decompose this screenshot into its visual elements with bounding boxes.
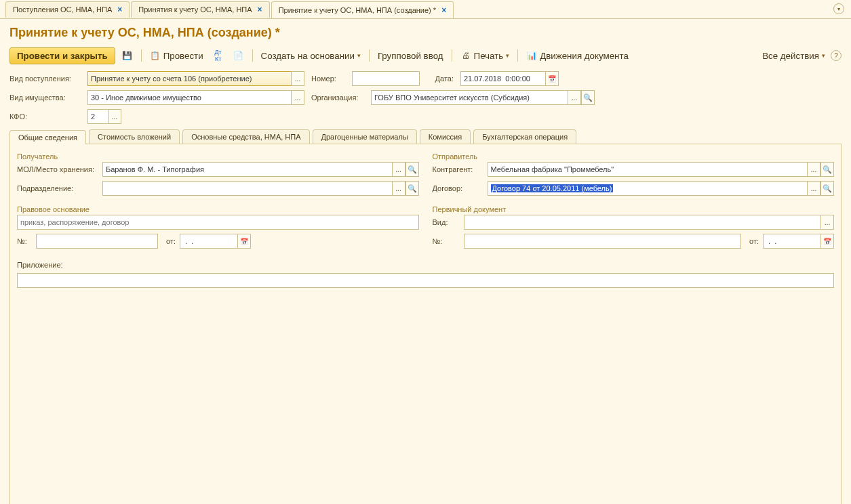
toolbar: Провести и закрыть 💾 📋Провести ДтКт 📄 Со… xyxy=(9,47,842,64)
movements-icon: 📊 xyxy=(526,50,537,61)
mol-input[interactable] xyxy=(102,162,392,177)
group-input-button[interactable]: Групповой ввод xyxy=(375,49,446,62)
date-label: Дата: xyxy=(427,75,454,83)
kfo-label: КФО: xyxy=(9,112,81,121)
movements-button[interactable]: 📊Движения документа xyxy=(523,49,631,62)
sender-legend: Отправитель xyxy=(433,152,481,161)
kind-input[interactable] xyxy=(464,215,821,230)
date-input[interactable] xyxy=(460,71,545,86)
receipt-type-input[interactable] xyxy=(87,71,291,86)
close-icon[interactable]: × xyxy=(441,5,446,15)
primary-date-input[interactable] xyxy=(763,234,820,249)
calendar-icon[interactable]: 📅 xyxy=(237,234,251,249)
doc-tab-0[interactable]: Поступления ОС, НМА, НПА × xyxy=(5,1,130,18)
number-label: Номер: xyxy=(311,75,345,83)
kind-label: Вид: xyxy=(433,218,460,226)
ellipsis-icon[interactable]: ... xyxy=(807,162,820,177)
save-button[interactable]: 💾 xyxy=(119,49,136,62)
legal-legend: Правовое основание xyxy=(17,205,92,213)
ellipsis-icon[interactable]: ... xyxy=(392,181,405,196)
page-title: Принятие к учету ОС, НМА, НПА (создание)… xyxy=(9,26,842,40)
form-icon-button[interactable]: 📄 xyxy=(231,49,247,62)
primary-num-label: №: xyxy=(433,237,460,245)
close-icon[interactable]: × xyxy=(117,5,122,14)
ellipsis-icon[interactable]: ... xyxy=(820,215,834,230)
legal-num-input[interactable] xyxy=(36,234,158,249)
all-actions-button[interactable]: Все действия ▾ xyxy=(759,49,828,62)
tab-cost[interactable]: Стоимость вложений xyxy=(89,129,180,144)
property-type-label: Вид имущества: xyxy=(9,93,81,102)
ellipsis-icon[interactable]: ... xyxy=(807,181,820,196)
mol-label: МОЛ/Место хранения: xyxy=(17,165,98,173)
print-button[interactable]: 🖨Печать ▾ xyxy=(458,49,513,62)
ellipsis-icon[interactable]: ... xyxy=(291,71,304,86)
ellipsis-icon[interactable]: ... xyxy=(392,162,405,177)
dept-input[interactable] xyxy=(102,181,392,196)
property-type-input[interactable] xyxy=(87,90,291,105)
expand-icon[interactable]: ▾ xyxy=(833,3,844,14)
org-input[interactable] xyxy=(371,90,568,105)
receipt-type-label: Вид поступления: xyxy=(9,75,81,83)
legal-date-input[interactable] xyxy=(180,234,237,249)
form-icon: 📄 xyxy=(233,50,244,61)
attachment-label: Приложение: xyxy=(17,261,68,269)
tab-commission[interactable]: Комиссия xyxy=(420,129,471,144)
ellipsis-icon[interactable]: ... xyxy=(291,90,304,105)
legal-from-label: от: xyxy=(162,237,176,245)
tab-general[interactable]: Общие сведения xyxy=(9,130,86,144)
ellipsis-icon[interactable]: ... xyxy=(108,109,121,124)
legal-num-label: №: xyxy=(17,237,32,245)
legal-basis-input[interactable] xyxy=(17,215,419,230)
post-icon: 📋 xyxy=(150,50,161,61)
contractor-input[interactable] xyxy=(488,162,808,177)
help-icon[interactable]: ? xyxy=(831,50,842,61)
calendar-icon[interactable]: 📅 xyxy=(545,71,559,86)
calendar-icon[interactable]: 📅 xyxy=(820,234,834,249)
contractor-label: Контрагент: xyxy=(433,165,483,173)
dtkt-button[interactable]: ДтКт xyxy=(210,49,226,62)
search-icon[interactable]: 🔍 xyxy=(820,162,834,177)
contract-input[interactable]: Договор 74 от 20.05.2011 (мебель) xyxy=(488,181,808,196)
doc-tab-1[interactable]: Принятия к учету ОС, НМА, НПА × xyxy=(131,1,269,18)
post-button[interactable]: 📋Провести xyxy=(147,49,206,62)
tab-assets[interactable]: Основные средства, НМА, НПА xyxy=(182,129,309,144)
recipient-legend: Получатель xyxy=(17,152,60,161)
ellipsis-icon[interactable]: ... xyxy=(568,90,581,105)
attachment-input[interactable] xyxy=(17,273,834,288)
tab-precious[interactable]: Драгоценные материалы xyxy=(313,129,417,144)
search-icon[interactable]: 🔍 xyxy=(405,162,419,177)
doc-tab-2[interactable]: Принятие к учету ОС, НМА, НПА (создание)… xyxy=(271,1,454,18)
number-input[interactable] xyxy=(352,71,420,86)
org-label: Организация: xyxy=(311,93,364,102)
post-and-close-button[interactable]: Провести и закрыть xyxy=(9,47,115,64)
disk-icon: 💾 xyxy=(122,50,133,61)
primary-legend: Первичный документ xyxy=(433,205,509,213)
kfo-input[interactable] xyxy=(87,109,108,124)
search-icon[interactable]: 🔍 xyxy=(820,181,834,196)
tab-accounting[interactable]: Бухгалтерская операция xyxy=(473,129,576,144)
dtkt-icon: ДтКт xyxy=(213,50,224,61)
search-icon[interactable]: 🔍 xyxy=(405,181,419,196)
dept-label: Подразделение: xyxy=(17,184,98,192)
chevron-down-icon: ▾ xyxy=(822,52,825,59)
search-icon[interactable]: 🔍 xyxy=(581,90,595,105)
tab-body: Получатель МОЛ/Место хранения: ... 🔍 Под… xyxy=(9,144,842,504)
contract-label: Договор: xyxy=(433,184,483,192)
create-based-button[interactable]: Создать на основании ▾ xyxy=(258,49,363,62)
chevron-down-icon: ▾ xyxy=(357,52,361,59)
primary-num-input[interactable] xyxy=(464,234,742,249)
chevron-down-icon: ▾ xyxy=(506,52,509,59)
subtabs: Общие сведения Стоимость вложений Основн… xyxy=(9,129,842,144)
primary-from-label: от: xyxy=(745,237,759,245)
document-tabbar: Поступления ОС, НМА, НПА × Принятия к уч… xyxy=(0,0,851,19)
printer-icon: 🖨 xyxy=(460,50,471,61)
close-icon[interactable]: × xyxy=(258,5,262,14)
